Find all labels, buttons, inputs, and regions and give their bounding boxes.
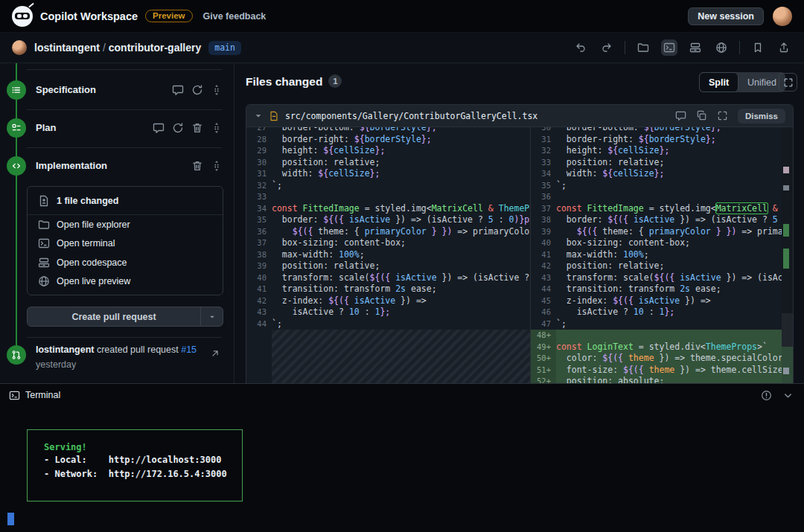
code-line: 42 z-index: ${({ isActive }) => [246, 295, 530, 307]
terminal-icon[interactable] [661, 39, 677, 56]
chevron-down-icon [208, 313, 217, 321]
live-preview-globe-icon[interactable] [713, 39, 730, 56]
branch-badge[interactable]: main [208, 41, 241, 55]
new-session-button[interactable]: New session [688, 7, 764, 25]
split-view-button[interactable]: Split [699, 72, 738, 92]
code-line: 46 isActive ? 10 : 1}; [531, 307, 793, 318]
empty-diff-filler [272, 330, 530, 383]
serve-output-box: Serving! - Local:http://localhost:3000 -… [27, 429, 243, 501]
code-line: 33 position: relative; [531, 157, 793, 169]
diff-scrollbar[interactable] [782, 127, 793, 383]
code-line: 44 transition: transform 2s ease; [531, 283, 793, 295]
code-line: 35`; [531, 180, 793, 192]
regenerate-icon[interactable] [191, 84, 203, 96]
dismiss-button[interactable]: Dismiss [738, 109, 785, 124]
code-line: 51+ font-size: ${({ theme }) => theme.ce… [531, 365, 793, 376]
code-line: 30 border-bottom: ${borderStyle}; [531, 127, 793, 134]
terminal-cursor[interactable] [7, 513, 14, 525]
open-live-preview-item[interactable]: Open live preview [28, 272, 223, 292]
copy-icon[interactable] [696, 110, 707, 121]
bookmark-icon[interactable] [750, 39, 766, 56]
timeline-line [16, 63, 17, 355]
regenerate-icon[interactable] [172, 122, 184, 134]
code-line: 48+ [531, 330, 793, 342]
divider [27, 147, 222, 148]
open-codespace-item[interactable]: Open codespace [28, 253, 223, 272]
trash-icon[interactable] [191, 122, 203, 134]
code-line: 30 position: relative; [246, 157, 530, 169]
code-line: 38 max-width: 100%; [246, 249, 530, 261]
divider [27, 69, 222, 70]
preview-badge: Preview [145, 10, 192, 22]
modified-file-icon [269, 111, 279, 121]
redo-icon[interactable] [599, 39, 615, 56]
diff-card: src/components/Gallery/ContributorGaller… [246, 104, 794, 383]
undo-icon[interactable] [572, 39, 589, 56]
comment-icon[interactable] [675, 110, 686, 121]
implementation-icon [7, 156, 26, 176]
drag-handle-icon[interactable] [211, 84, 223, 96]
codespace-icon[interactable] [687, 39, 704, 56]
app-title: Copilot Workspace [40, 10, 138, 22]
code-line: 41 transition: transform 2s ease; [246, 283, 530, 295]
code-line: 43 transform: scale(${({ isActive }) => … [531, 272, 793, 284]
sidebar-item-plan[interactable]: Plan [0, 118, 234, 138]
info-icon[interactable] [761, 390, 772, 401]
code-line: 44`; [246, 318, 530, 330]
code-line: 32`; [246, 180, 530, 192]
pr-number-link[interactable]: #15 [181, 344, 197, 355]
chevron-down-icon[interactable] [254, 112, 263, 121]
divider [27, 337, 222, 338]
copilot-workspace-app: Copilot Workspace Preview Give feedback … [0, 0, 804, 532]
user-avatar[interactable] [773, 7, 792, 26]
diff-file-path[interactable]: src/components/Gallery/ContributorGaller… [285, 111, 537, 121]
code-line: 32 height: ${cellSize}; [531, 145, 793, 157]
comment-icon[interactable] [153, 122, 165, 134]
split-diff: 27 border-bottom: ${borderStyle};28 bord… [246, 127, 793, 383]
pull-request-event: lostintangent created pull request #15 y… [36, 344, 204, 371]
divider [739, 41, 740, 54]
sidebar-item-implementation[interactable]: Implementation [0, 156, 234, 176]
give-feedback-link[interactable]: Give feedback [203, 11, 267, 22]
local-url-line: - Local:http://localhost:3000 [44, 454, 242, 467]
terminal-icon [38, 237, 50, 249]
repo-owner-avatar [12, 40, 27, 55]
scrollbar-mark [783, 249, 789, 269]
drag-handle-icon[interactable] [211, 160, 223, 172]
open-pr-arrow-icon[interactable] [210, 348, 220, 359]
pull-request-icon [7, 345, 26, 365]
files-changed-summary[interactable]: 1 file changed [28, 187, 223, 214]
code-line: 49+const LoginText = styled.div<ThemePro… [531, 342, 793, 353]
code-line: 33 [246, 191, 530, 203]
code-line: 31 border-right: ${borderStyle}; [531, 134, 793, 146]
open-file-explorer-item[interactable]: Open file explorer [28, 215, 223, 234]
terminal-panel: Terminal Serving! - Local:http://localho… [0, 383, 804, 532]
network-url[interactable]: http://172.16.5.4:3000 [109, 469, 227, 479]
comment-icon[interactable] [172, 84, 184, 96]
create-pull-request-button[interactable]: Create pull request [27, 307, 223, 327]
code-line: 36 [531, 191, 793, 203]
trash-icon[interactable] [191, 160, 203, 172]
code-line: 39 position: relative; [246, 260, 530, 272]
sidebar-item-specification[interactable]: Specification [0, 80, 234, 100]
terminal-title: Terminal [25, 390, 60, 400]
terminal-icon [9, 390, 20, 401]
scrollbar-mark [783, 185, 789, 190]
code-line: 52+ position: absolute; [531, 376, 793, 383]
code-line: 43 isActive ? 10 : 1}; [246, 307, 530, 318]
code-line: 37 box-sizing: content-box; [246, 237, 530, 249]
local-url[interactable]: http://localhost:3000 [109, 455, 222, 465]
fullscreen-icon[interactable] [779, 73, 797, 92]
collapse-terminal-icon[interactable] [782, 390, 794, 401]
create-pr-dropdown[interactable] [200, 307, 223, 326]
diff-pane-old: 27 border-bottom: ${borderStyle};28 bord… [246, 127, 531, 383]
code-line: 36 ${({ theme: { primaryColor } }) => pr… [246, 226, 530, 238]
expand-icon[interactable] [717, 110, 728, 121]
repo-breadcrumb[interactable]: lostintangent/contributor-gallery [34, 42, 201, 54]
top-bar: Copilot Workspace Preview Give feedback … [0, 0, 804, 33]
drag-handle-icon[interactable] [211, 122, 223, 134]
share-icon[interactable] [776, 39, 792, 56]
file-explorer-icon[interactable] [635, 39, 651, 56]
open-terminal-item[interactable]: Open terminal [28, 234, 223, 254]
session-sidebar: Specification Plan [0, 63, 234, 383]
